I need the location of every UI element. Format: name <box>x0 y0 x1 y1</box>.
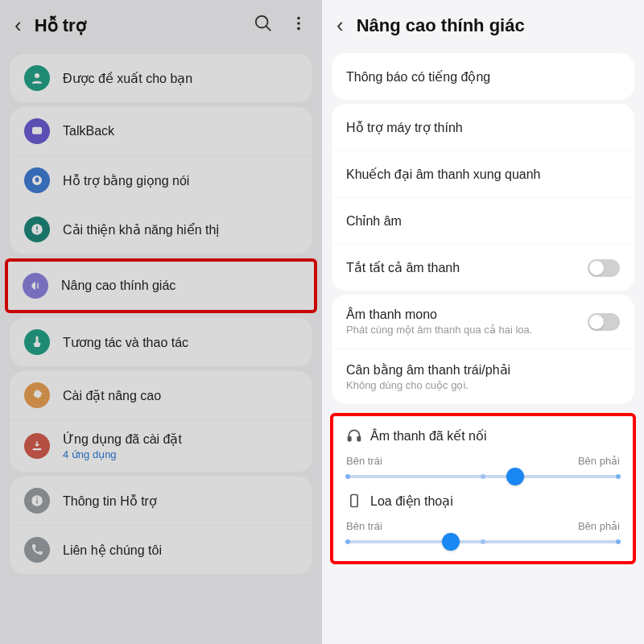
balance-slider[interactable] <box>348 540 618 543</box>
info-icon <box>24 488 50 514</box>
item-label: Thông tin Hỗ trợ <box>63 493 298 509</box>
item-subtitle: Phát cùng một âm thanh qua cả hai loa. <box>346 324 575 336</box>
item-subtitle: Không dùng cho cuộc gọi. <box>346 379 620 391</box>
back-icon[interactable]: ‹ <box>14 13 22 38</box>
list-item[interactable]: Nâng cao thính giác <box>8 262 314 310</box>
list-item[interactable]: TalkBack <box>10 107 312 155</box>
slider-thumb[interactable] <box>442 533 460 551</box>
accessibility-list-screen: ‹ Hỗ trợ Được đề xuất cho bạnTalkBackHỗ … <box>0 0 322 644</box>
item-label: Âm thanh mono <box>346 308 575 322</box>
header: ‹ Nâng cao thính giác <box>322 0 644 49</box>
svg-point-0 <box>297 16 300 19</box>
list-item[interactable]: Chỉnh âm <box>332 197 634 244</box>
toggle-switch[interactable] <box>588 313 620 331</box>
balance-slider-group: Loa điện thoạiBên tráiBên phải <box>346 493 620 543</box>
phone-outline-icon <box>346 493 362 509</box>
slider-title: Âm thanh đã kết nối <box>370 428 487 444</box>
item-label: Cân bằng âm thanh trái/phải <box>346 362 620 378</box>
svg-rect-10 <box>349 437 351 441</box>
list-item[interactable]: Thông tin Hỗ trợ <box>10 477 312 525</box>
item-label: Hỗ trợ máy trợ thính <box>346 120 620 135</box>
back-icon[interactable]: ‹ <box>336 13 344 38</box>
list-item[interactable]: Thông báo có tiếng động <box>332 53 634 100</box>
item-label: Khuếch đại âm thanh xung quanh <box>346 167 620 182</box>
item-label: Hỗ trợ bằng giọng nói <box>63 173 298 188</box>
svg-rect-4 <box>32 127 42 134</box>
balance-slider[interactable] <box>348 475 618 478</box>
item-label: Ứng dụng đã cài đặt <box>63 431 298 447</box>
phone-icon <box>24 537 50 563</box>
svg-rect-11 <box>357 437 360 441</box>
download-icon <box>24 433 50 459</box>
item-label: Cài đặt nâng cao <box>63 388 298 403</box>
item-label: Thông báo có tiếng động <box>346 69 620 85</box>
item-label: TalkBack <box>63 124 298 138</box>
item-label: Tắt tất cả âm thanh <box>346 260 575 275</box>
settings-list: Được đề xuất cho bạnTalkBackHỗ trợ bằng … <box>0 49 322 579</box>
slider-left-label: Bên trái <box>346 520 382 532</box>
list-item[interactable]: Hỗ trợ bằng giọng nói <box>10 155 312 204</box>
svg-rect-12 <box>351 495 357 507</box>
more-icon[interactable] <box>290 14 308 37</box>
list-item[interactable]: Cải thiện khả năng hiển thị <box>10 204 312 254</box>
slider-right-label: Bên phải <box>578 520 620 532</box>
voice-icon <box>24 167 50 193</box>
slider-thumb[interactable] <box>506 468 524 485</box>
page-title: Hỗ trợ <box>35 15 242 36</box>
slider-title: Loa điện thoại <box>370 493 453 509</box>
recommend-icon <box>24 65 50 91</box>
hearing-enhancement-screen: ‹ Nâng cao thính giác Thông báo có tiếng… <box>322 0 644 644</box>
list-item[interactable]: Liên hệ chúng tôi <box>10 525 312 574</box>
settings-list: Thông báo có tiếng độngHỗ trợ máy trợ th… <box>322 49 644 408</box>
slider-right-label: Bên phải <box>578 455 620 467</box>
header: ‹ Hỗ trợ <box>0 0 322 49</box>
list-item[interactable]: Hỗ trợ máy trợ thính <box>332 104 634 151</box>
item-label: Chỉnh âm <box>346 213 620 229</box>
list-item[interactable]: Tắt tất cả âm thanh <box>332 244 634 291</box>
page-title: Nâng cao thính giác <box>357 15 630 36</box>
headphones-icon <box>346 427 362 444</box>
list-item[interactable]: Cài đặt nâng cao <box>10 371 312 419</box>
list-item[interactable]: Khuếch đại âm thanh xung quanh <box>332 151 634 197</box>
item-label: Tương tác và thao tác <box>63 335 298 350</box>
audio-balance-panel: Âm thanh đã kết nốiBên tráiBên phảiLoa đ… <box>330 413 636 564</box>
svg-rect-8 <box>33 448 42 450</box>
search-icon[interactable] <box>254 14 272 37</box>
list-item[interactable]: Được đề xuất cho bạn <box>10 54 312 102</box>
touch-icon <box>24 329 50 355</box>
slider-left-label: Bên trái <box>346 455 382 467</box>
list-item[interactable]: Tương tác và thao tác <box>10 318 312 366</box>
balance-slider-group: Âm thanh đã kết nốiBên tráiBên phải <box>346 427 620 478</box>
list-item[interactable]: Ứng dụng đã cài đặt4 ứng dụng <box>10 419 312 472</box>
hearing-icon <box>23 273 48 299</box>
item-label: Được đề xuất cho bạn <box>63 71 298 86</box>
list-item[interactable]: Âm thanh monoPhát cùng một âm thanh qua … <box>332 295 634 349</box>
item-label: Nâng cao thính giác <box>61 279 299 293</box>
item-label: Liên hệ chúng tôi <box>63 543 298 558</box>
svg-point-2 <box>297 27 300 30</box>
svg-point-1 <box>297 22 300 25</box>
item-label: Cải thiện khả năng hiển thị <box>63 222 298 237</box>
list-item[interactable]: Cân bằng âm thanh trái/phảiKhông dùng ch… <box>332 349 634 404</box>
display-icon <box>24 217 50 242</box>
talkback-icon <box>24 118 50 144</box>
toggle-switch[interactable] <box>588 259 620 277</box>
gear-icon <box>24 382 50 408</box>
svg-point-3 <box>35 73 39 78</box>
item-subtitle: 4 ứng dụng <box>63 448 298 460</box>
